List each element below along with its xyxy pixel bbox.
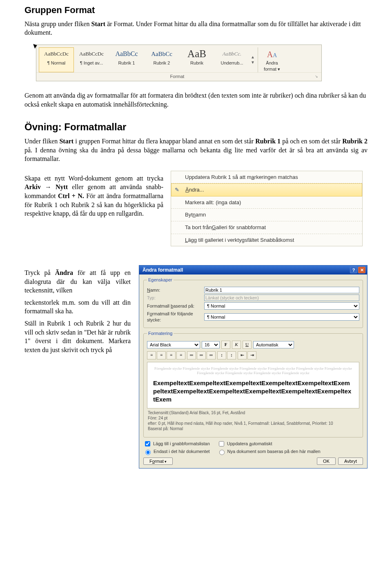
text: i gruppen Format hittar du flera knappar…	[74, 138, 255, 145]
hotkey: a	[252, 174, 254, 181]
text: ndra...	[189, 186, 204, 194]
space-before-inc-button[interactable]: ↕	[217, 351, 226, 359]
style-preview: AaBbCc.	[216, 49, 247, 59]
close-button[interactable]: ✕	[358, 267, 365, 273]
dialog-title: Ändra formatmall	[143, 267, 183, 273]
menu-add-qat[interactable]: Lägg till galleriet i verktygsfältet Sna…	[171, 234, 362, 246]
line-spacing-1-button[interactable]: ═	[187, 351, 196, 359]
style-name: Underrub...	[216, 60, 247, 66]
preview-box: Föregående stycke Föregående stycke Före…	[147, 362, 359, 408]
indent-inc-button[interactable]: ⇥	[247, 351, 256, 359]
style-subtitle[interactable]: AaBbCc. Underrub...	[214, 47, 249, 72]
preview-context-text: Föregående stycke Föregående stycke Före…	[153, 366, 353, 376]
bold: Rubrik 2	[342, 138, 368, 145]
paragraph-7: Ställ in Rubrik 1 och Rubrik 2 hur du vi…	[24, 319, 131, 354]
info-line: efter: 0 pt, Håll ihop med nästa, Håll i…	[148, 421, 359, 426]
space-before-dec-button[interactable]: ↕	[227, 351, 236, 359]
menu-select-all[interactable]: Markera allt: (inga data)	[171, 196, 362, 209]
style-heading2[interactable]: AaBbCc Rubrik 2	[144, 47, 179, 72]
formatting-group: Formatering Arial Black 16 F K U Automat…	[143, 330, 363, 437]
styles-ribbon: AaBbCcDc ¶ Normal AaBbCcDc ¶ Inget av...…	[36, 45, 322, 82]
align-left-button[interactable]: ≡	[147, 351, 156, 359]
style-no-spacing[interactable]: AaBbCcDc ¶ Inget av...	[74, 47, 109, 72]
styles-more-button[interactable]: ▲▼	[249, 47, 256, 72]
paragraph-5: Tryck på Ändra för att få upp en dialogr…	[24, 268, 131, 295]
style-normal[interactable]: AaBbCcDc ¶ Normal	[39, 47, 74, 72]
paragraph-6: teckenstorlek m.m. som du vill att din f…	[24, 298, 131, 316]
bold: Rubrik 1	[255, 138, 281, 145]
preview-sample-text: ExempeltextExempeltextExempeltextExempel…	[153, 379, 353, 404]
text: ägg till galleriet i verktygsfältet Snab…	[188, 237, 294, 244]
align-right-button[interactable]: ≡	[167, 351, 176, 359]
new-docs-radio[interactable]: Nya dokument som baseras på den här mall…	[217, 449, 321, 455]
legend: Egenskaper	[147, 277, 174, 283]
change-styles-icon: AA	[260, 49, 284, 60]
dialog-titlebar[interactable]: Ändra formatmall ? ✕	[139, 266, 367, 274]
label: format ▾	[260, 66, 284, 72]
pencil-icon: ✎	[175, 186, 179, 194]
bold-start: Start	[91, 20, 106, 27]
legend: Formatering	[147, 330, 174, 337]
ribbon-group-label: Format	[170, 74, 185, 80]
hotkey: G	[212, 224, 216, 231]
bold: Arkiv	[24, 183, 41, 190]
text: Skapa ett nytt Word-dokument genom att t…	[24, 175, 163, 182]
bold: Ändra	[55, 269, 73, 276]
hotkey: Ä	[185, 186, 189, 194]
dialog-launcher-icon[interactable]: ↘	[315, 74, 318, 79]
bold: Start	[59, 138, 74, 145]
properties-group: Egenskaper Namn: Typ: Formatmall baserad…	[143, 277, 363, 328]
menu-remove-gallery[interactable]: Ta bort från Galleri för snabbformat	[171, 221, 362, 234]
info-line: Baserat på: Normal	[148, 426, 359, 431]
name-label: Namn:	[147, 287, 204, 293]
menu-modify[interactable]: ✎ Ändra...	[171, 183, 362, 196]
bold: Ctrl + N.	[58, 192, 84, 199]
based-label: Formatmall baserad på:	[147, 303, 204, 309]
hotkey: n	[193, 211, 196, 219]
style-preview: AaB	[181, 49, 212, 59]
paragraph-4: Skapa ett nytt Word-dokument genom att t…	[24, 174, 163, 218]
auto-update-checkbox[interactable]: Uppdatera automatiskt	[217, 440, 272, 448]
style-preview: AaBbCcDc	[76, 49, 107, 59]
type-select	[204, 295, 359, 301]
text: Under fliken	[24, 138, 59, 145]
add-quickstyle-checkbox[interactable]: Lägg till i snabbformatslistan	[143, 440, 210, 448]
page-title: Gruppen Format	[24, 4, 368, 16]
text: på och en som det står	[281, 138, 342, 145]
align-justify-button[interactable]: ≡	[176, 351, 185, 359]
exercise-heading: Övning: Formatmallar	[24, 120, 368, 134]
name-input[interactable]	[204, 287, 359, 293]
context-menu: Uppdatera Rubrik 1 så att markeringen ma…	[171, 171, 363, 246]
cancel-button[interactable]: Avbryt	[338, 457, 363, 465]
hotkey: L	[185, 237, 188, 244]
menu-update[interactable]: Uppdatera Rubrik 1 så att markeringen ma…	[171, 171, 362, 184]
help-button[interactable]: ?	[350, 267, 357, 273]
menu-rename[interactable]: Byt namn	[171, 209, 362, 221]
next-label: Formatmall för följande stycke:	[147, 311, 204, 323]
ok-button[interactable]: OK	[317, 457, 336, 465]
style-preview: AaBbCcDc	[41, 49, 72, 59]
paragraph-3: Under fliken Start i gruppen Format hitt…	[24, 137, 368, 163]
text: Nästa grupp under fliken	[24, 20, 91, 27]
based-on-select[interactable]: ¶ Normal	[204, 302, 359, 310]
underline-button[interactable]: U	[243, 341, 252, 349]
bold-button[interactable]: F	[221, 341, 230, 349]
italic-button[interactable]: K	[232, 341, 241, 349]
line-spacing-2-button[interactable]: ═	[207, 351, 216, 359]
color-select[interactable]: Automatisk	[253, 341, 294, 348]
line-spacing-15-button[interactable]: ═	[197, 351, 206, 359]
this-doc-radio[interactable]: Endast i det här dokumentet	[143, 449, 210, 455]
style-heading1[interactable]: AaBbCc Rubrik 1	[109, 47, 144, 72]
type-label: Typ:	[147, 295, 204, 301]
indent-dec-button[interactable]: ⇤	[238, 351, 247, 359]
align-center-button[interactable]: ≡	[157, 351, 166, 359]
text: Ta bort från	[185, 224, 212, 231]
change-styles-button[interactable]: AA Ändra format ▾	[260, 47, 284, 72]
next-style-select[interactable]: ¶ Normal	[204, 313, 359, 321]
info-line: Före: 24 pt	[148, 415, 359, 421]
style-title[interactable]: AaB Rubrik	[179, 47, 214, 72]
font-select[interactable]: Arial Black	[147, 341, 200, 348]
text: Byt	[185, 211, 193, 219]
format-button[interactable]: Format	[143, 457, 173, 465]
size-select[interactable]: 16	[202, 341, 220, 348]
